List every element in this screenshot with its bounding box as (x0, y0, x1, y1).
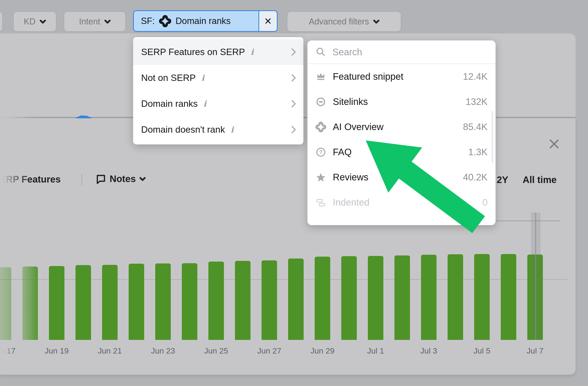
serp-feature-option[interactable]: Reviews40.2K (307, 165, 496, 190)
info-icon[interactable]: i (250, 47, 254, 57)
sf-filter-dropdown: SERP Features on SERPiNot on SERPiDomain… (133, 37, 303, 144)
chevron-down-icon (373, 20, 379, 23)
dropdown-item[interactable]: Domain ranksi (133, 91, 303, 117)
sf-filter-chip[interactable]: SF: Domain ranks ✕ (133, 10, 277, 32)
bar[interactable] (315, 257, 330, 340)
axis-left-fade (0, 343, 14, 358)
x-axis-label: Jun 21 (93, 346, 126, 355)
bar[interactable] (368, 256, 383, 340)
x-axis-label: Jun 29 (306, 346, 339, 355)
dropdown-item-label: Domain ranks (141, 99, 198, 109)
bar[interactable] (235, 261, 251, 340)
bar[interactable] (0, 267, 11, 340)
serp-feature-label: Reviews (333, 172, 368, 183)
x-axis-label: Jul 1 (359, 346, 392, 355)
serp-feature-option[interactable]: ?FAQ1.3K (307, 139, 496, 165)
x-axis-label: Jun 25 (200, 346, 233, 355)
serp-feature-label: AI Overview (333, 122, 384, 132)
serp-feature-option[interactable]: Sitelinks132K (307, 89, 496, 114)
serp-feature-count: 40.2K (463, 172, 487, 183)
bar[interactable] (288, 258, 304, 340)
dropdown-item-label: Domain doesn't rank (141, 125, 225, 135)
dropdown-item[interactable]: Domain doesn't ranki (133, 117, 303, 143)
info-icon[interactable]: i (203, 99, 207, 108)
sf-chip-value: Domain ranks (175, 16, 231, 26)
bar[interactable] (208, 261, 224, 340)
bar[interactable] (395, 256, 410, 340)
bar[interactable] (22, 266, 38, 340)
dropdown-item-label: SERP Features on SERP (141, 47, 245, 57)
advanced-filters-button[interactable]: Advanced filters (287, 11, 401, 32)
chevron-right-icon (291, 48, 296, 56)
search-icon (315, 46, 326, 57)
serp-feature-option[interactable]: AI Overview85.4K (307, 114, 496, 139)
x-axis-label: Jul 7 (519, 346, 551, 355)
serp-feature-list: Featured snippet12.4KSitelinks132KAI Ove… (307, 64, 496, 215)
serp-feature-label: FAQ (333, 147, 352, 157)
bar[interactable] (129, 264, 144, 340)
ai-sparkle-icon (159, 15, 171, 27)
bar[interactable] (501, 254, 516, 340)
x-axis-label: Jun 27 (253, 346, 286, 355)
chevron-down-icon (40, 20, 46, 23)
search-input[interactable] (332, 47, 487, 57)
x-axis-label: Jul 3 (412, 346, 445, 355)
advanced-filters-label: Advanced filters (309, 17, 369, 27)
chevron-right-icon (291, 100, 296, 108)
svg-text:?: ? (319, 149, 323, 155)
crown-icon (315, 71, 326, 82)
intent-filter-label: Intent (79, 17, 100, 27)
serp-feature-count: 132K (466, 96, 487, 107)
x-axis-label: Jun 23 (147, 346, 179, 355)
chevron-right-icon (291, 126, 296, 134)
bar[interactable] (102, 265, 118, 340)
serp-feature-option[interactable]: Featured snippet12.4K (307, 64, 496, 89)
sf-chip-remove-button[interactable]: ✕ (258, 11, 277, 31)
sf-chip-prefix: SF: (141, 16, 155, 26)
crosshair-vertical-line (535, 213, 536, 340)
submenu-search-row (307, 41, 496, 64)
dropdown-item[interactable]: Not on SERPi (133, 65, 303, 91)
kd-filter-label: KD (24, 17, 36, 27)
serp-feature-count: 12.4K (463, 71, 487, 82)
scrollbar-thumb[interactable] (492, 111, 493, 163)
intent-filter-button[interactable]: Intent (64, 11, 126, 32)
clipped-filter-button[interactable] (0, 11, 3, 32)
dropdown-item[interactable]: SERP Features on SERPi (133, 39, 303, 65)
serp-features-submenu: Featured snippet12.4KSitelinks132KAI Ove… (307, 41, 496, 225)
sitelinks-icon (315, 96, 326, 107)
serp-feature-label: Indented (333, 197, 370, 208)
bar[interactable] (341, 256, 357, 340)
question-icon: ? (315, 147, 326, 158)
bar[interactable] (155, 263, 171, 340)
serp-feature-count: 1.3K (468, 147, 487, 157)
info-icon[interactable]: i (201, 73, 205, 83)
chevron-right-icon (291, 74, 296, 82)
bar[interactable] (448, 254, 463, 340)
serp-feature-option[interactable]: Indented0 (307, 190, 496, 215)
bar[interactable] (421, 255, 437, 340)
dropdown-item-label: Not on SERP (141, 73, 196, 83)
bar[interactable] (76, 265, 91, 340)
crosshair-horizontal-line (496, 221, 560, 221)
chevron-down-icon (105, 20, 110, 23)
serp-feature-count: 0 (483, 197, 487, 208)
kd-filter-button[interactable]: KD (13, 11, 56, 32)
bar[interactable] (49, 266, 64, 340)
serp-feature-label: Featured snippet (333, 71, 403, 82)
serp-feature-label: Sitelinks (333, 96, 368, 107)
bar[interactable] (262, 260, 277, 340)
x-axis-label: Jun 19 (40, 346, 73, 355)
ai-sparkle-icon (315, 122, 326, 132)
indented-icon (315, 197, 326, 208)
bar[interactable] (474, 254, 490, 340)
bar[interactable] (182, 263, 197, 340)
sf-filter-chip-body[interactable]: SF: Domain ranks (134, 11, 258, 31)
star-icon (315, 172, 326, 183)
serp-feature-count: 85.4K (463, 122, 487, 132)
info-icon[interactable]: i (230, 125, 234, 134)
x-axis-label: Jul 5 (465, 346, 498, 355)
